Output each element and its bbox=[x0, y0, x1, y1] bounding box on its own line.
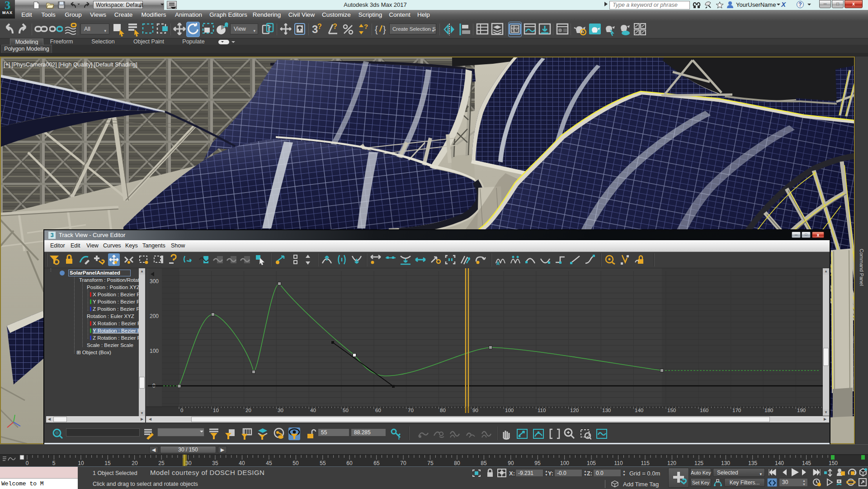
svg-text:5: 5 bbox=[52, 460, 56, 466]
svg-text:0: 0 bbox=[26, 460, 29, 466]
svg-text:95: 95 bbox=[534, 460, 541, 466]
svg-text:60: 60 bbox=[375, 408, 381, 413]
svg-text:10: 10 bbox=[78, 460, 84, 466]
svg-text:90: 90 bbox=[508, 460, 514, 466]
svg-text:105: 105 bbox=[587, 460, 596, 466]
svg-text:200: 200 bbox=[150, 313, 159, 319]
svg-text:i: i bbox=[398, 435, 400, 440]
svg-text:80: 80 bbox=[440, 408, 446, 413]
svg-text:0: 0 bbox=[180, 408, 183, 413]
svg-text:180: 180 bbox=[764, 408, 773, 413]
svg-text:40: 40 bbox=[310, 408, 316, 413]
svg-text:70: 70 bbox=[408, 408, 414, 413]
svg-text:?: ? bbox=[317, 23, 322, 30]
svg-text:{: { bbox=[375, 24, 378, 34]
svg-text:15: 15 bbox=[104, 460, 111, 466]
svg-text:10: 10 bbox=[213, 408, 219, 413]
svg-text:190: 190 bbox=[797, 408, 806, 413]
svg-text:?: ? bbox=[333, 23, 337, 30]
svg-text:60: 60 bbox=[346, 460, 353, 466]
svg-text:70: 70 bbox=[400, 460, 406, 466]
svg-text:40: 40 bbox=[239, 460, 245, 466]
svg-text:25: 25 bbox=[158, 460, 165, 466]
svg-text:50: 50 bbox=[292, 460, 299, 466]
svg-text:115: 115 bbox=[641, 460, 649, 466]
svg-text:120: 120 bbox=[570, 408, 579, 413]
svg-text:140: 140 bbox=[635, 408, 643, 413]
svg-text:150: 150 bbox=[829, 460, 838, 466]
svg-text:130: 130 bbox=[602, 408, 611, 413]
svg-text:90: 90 bbox=[472, 408, 478, 413]
svg-text:[+] [PhysCamera002] [High Qual: [+] [PhysCamera002] [High Quality] [Defa… bbox=[4, 62, 137, 68]
svg-text:170: 170 bbox=[732, 408, 741, 413]
svg-text:100: 100 bbox=[505, 408, 514, 413]
svg-text:?: ? bbox=[364, 23, 368, 30]
svg-text:50: 50 bbox=[343, 408, 349, 413]
svg-text:65: 65 bbox=[373, 460, 380, 466]
svg-text:120: 120 bbox=[667, 460, 676, 466]
svg-text:30: 30 bbox=[278, 408, 283, 413]
svg-text:130: 130 bbox=[721, 460, 730, 466]
svg-text:A: A bbox=[496, 261, 500, 266]
svg-text:125: 125 bbox=[694, 460, 703, 466]
svg-text:160: 160 bbox=[700, 408, 708, 413]
svg-text:20: 20 bbox=[245, 408, 251, 413]
svg-text:300: 300 bbox=[150, 278, 159, 285]
svg-text:110: 110 bbox=[614, 460, 623, 466]
svg-text:140: 140 bbox=[775, 460, 784, 466]
svg-text:45: 45 bbox=[266, 460, 272, 466]
svg-text:80: 80 bbox=[454, 460, 460, 466]
svg-text:75: 75 bbox=[427, 460, 434, 466]
svg-text:145: 145 bbox=[802, 460, 811, 466]
svg-text:100: 100 bbox=[150, 348, 159, 354]
svg-text:110: 110 bbox=[538, 408, 546, 413]
svg-text:}: } bbox=[383, 24, 386, 34]
svg-text:20: 20 bbox=[132, 460, 138, 466]
svg-text:55: 55 bbox=[320, 460, 326, 466]
svg-text:30: 30 bbox=[185, 460, 192, 466]
svg-text:150: 150 bbox=[667, 408, 676, 413]
svg-text:135: 135 bbox=[748, 460, 757, 466]
svg-text:100: 100 bbox=[560, 460, 569, 466]
svg-text:85: 85 bbox=[481, 460, 487, 466]
svg-text:35: 35 bbox=[212, 460, 218, 466]
